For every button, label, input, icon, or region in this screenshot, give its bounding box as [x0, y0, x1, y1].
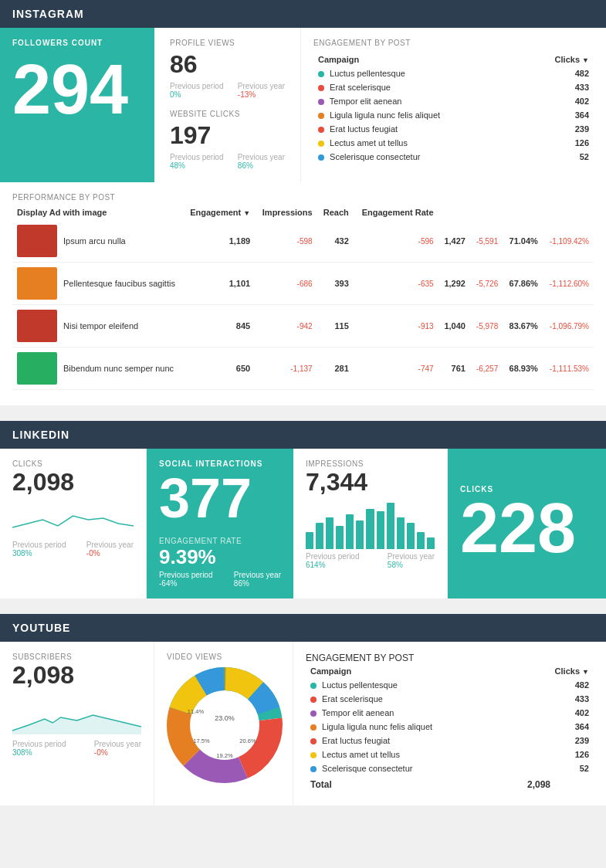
post-impressions: 115 — [317, 305, 354, 348]
linkedin-header: LINKEDIN — [0, 421, 606, 449]
clicks-sort-icon[interactable]: ▼ — [582, 56, 589, 64]
post-rate-delta: -1,112.60% — [543, 263, 594, 305]
post-cell: Pellentesque faucibus sagittis — [12, 263, 182, 305]
profile-website-box: PROFILE VIEWS 86 Previous period 0% Prev… — [154, 28, 301, 182]
yt-clicks-cell: 239 — [524, 734, 592, 747]
post-impressions: 393 — [317, 263, 354, 305]
campaign-dot — [318, 85, 324, 91]
post-thumbnail — [17, 267, 57, 300]
post-eng-delta: -1,137 — [255, 348, 317, 390]
eng-table-row: Lectus amet ut tellus 126 — [315, 137, 592, 149]
impression-bar — [407, 523, 415, 549]
yt-sub-label: SUBSCRIBERS — [12, 653, 141, 661]
post-thumbnail — [17, 352, 57, 385]
post-engagement: 845 — [182, 305, 255, 348]
youtube-header: YOUTUBE — [0, 614, 606, 642]
perf-col-engagement[interactable]: Engagement ▼ — [182, 205, 255, 220]
campaign-name: Luctus pellentesque — [330, 69, 405, 78]
profile-prev-period-label: Previous period 0% — [170, 82, 223, 99]
eng-campaign-cell: Lectus amet ut tellus — [315, 137, 524, 149]
campaign-name: Erat luctus feugiat — [330, 124, 398, 134]
yt-campaign-dot — [310, 752, 317, 758]
eng-table-row: Erat scelerisque 433 — [315, 81, 592, 93]
performance-section: PERFORMANCE BY POST Display Ad with imag… — [0, 182, 606, 405]
post-impressions: 281 — [317, 348, 354, 390]
linkedin-body: CLICKS 2,098 Previous period 308% Previo… — [0, 449, 606, 598]
yt-campaign-dot — [310, 710, 317, 717]
eng-table-row: Luctus pellentesque 482 — [315, 67, 592, 80]
profile-prev-period-text: Previous period — [170, 82, 223, 90]
post-rate-delta: -1,109.42% — [543, 220, 594, 263]
youtube-title: YOUTUBE — [12, 622, 70, 634]
yt-clicks-cell: 52 — [524, 762, 592, 775]
li-impressions-box: IMPRESSIONS 7,344 Previous period 614% P… — [293, 449, 448, 598]
li-clicks-sparkline — [12, 497, 134, 535]
perf-table-row: Ipsum arcu nulla 1,189 -598 432 -596 1,4… — [12, 220, 594, 263]
svg-text:11.4%: 11.4% — [188, 708, 205, 715]
li-imp-label: IMPRESSIONS — [306, 459, 435, 468]
yt-sub-value: 2,098 — [12, 661, 141, 690]
eng-campaign-cell: Erat luctus feugiat — [315, 123, 524, 135]
eng-campaign-cell: Tempor elit aenean — [315, 95, 524, 107]
li-clicks-value: 2,098 — [12, 468, 134, 497]
campaign-dot — [318, 141, 324, 147]
website-clicks-sub: Previous period 48% Previous year 86% — [170, 153, 285, 170]
yt-sub-sub: Previous period 308% Previous year -0% — [12, 740, 141, 757]
yt-campaign-name: Tempor elit aenean — [322, 708, 394, 717]
post-eng-delta: -686 — [255, 263, 317, 305]
yt-engagement-table: Campaign Clicks ▼ Luctus pellentesque 48… — [306, 663, 594, 795]
yt-subscribers-box: SUBSCRIBERS 2,098 Previous period 308% P… — [0, 642, 154, 805]
post-reach-delta: -5,591 — [470, 220, 503, 263]
perf-col-reach: Reach — [317, 205, 354, 220]
impression-bar — [356, 520, 364, 550]
yt-eng-table-row: Erat scelerisque 433 — [307, 693, 592, 705]
post-eng-delta: -942 — [255, 305, 317, 348]
website-prev-year-text: Previous year — [238, 153, 285, 161]
li-clicks-big-box: CLICKS 228 — [448, 449, 606, 598]
yt-campaign-cell: Erat luctus feugiat — [307, 734, 523, 747]
profile-views-label: PROFILE VIEWS — [170, 39, 285, 47]
yt-eng-table-row: Tempor elit aenean 402 — [307, 707, 592, 719]
website-prev-year: Previous year 86% — [238, 153, 285, 170]
post-engagement: 1,101 — [182, 263, 255, 305]
post-title: Bibendum nunc semper nunc — [63, 364, 174, 373]
profile-prev-period-val: 0% — [170, 90, 181, 99]
impression-bar — [377, 511, 384, 549]
yt-campaign-dot — [310, 766, 317, 772]
yt-campaign-dot — [310, 724, 317, 731]
profile-prev-year-val: -13% — [238, 90, 256, 99]
post-imp-delta: -596 — [354, 220, 438, 263]
campaign-name: Lectus amet ut tellus — [330, 138, 408, 147]
yt-total-value: 2,098 — [524, 776, 592, 793]
post-reach: 1,427 — [438, 220, 470, 263]
post-reach-delta: -5,726 — [470, 263, 503, 305]
impression-bar — [336, 526, 344, 549]
campaign-name: Tempor elit aenean — [330, 97, 402, 106]
post-reach-delta: -5,978 — [470, 305, 503, 348]
post-title: Nisi tempor eleifend — [63, 321, 138, 331]
yt-campaign-cell: Lectus amet ut tellus — [307, 748, 523, 761]
post-rate-delta: -1,096.79% — [543, 305, 594, 348]
engagement-sort-icon[interactable]: ▼ — [243, 209, 250, 217]
impression-bar — [427, 537, 435, 549]
yt-campaign-dot — [310, 738, 317, 744]
yt-eng-table-row: Erat luctus feugiat 239 — [307, 734, 592, 747]
yt-clicks-sort-icon[interactable]: ▼ — [582, 668, 589, 676]
profile-prev-year-label: Previous year -13% — [238, 82, 285, 99]
yt-engagement-box: ENGAGEMENT BY POST Campaign Clicks ▼ Luc… — [293, 642, 606, 805]
post-impressions: 432 — [317, 220, 354, 263]
post-thumbnail — [17, 310, 57, 342]
yt-campaign-name: Ligula ligula nunc felis aliquet — [322, 722, 432, 731]
website-prev-period-text: Previous period — [170, 153, 223, 161]
campaign-dot — [318, 71, 324, 77]
eng-col-clicks: Clicks ▼ — [526, 53, 592, 66]
svg-text:20.6%: 20.6% — [239, 737, 256, 744]
impression-bar — [417, 532, 425, 550]
yt-campaign-cell: Ligula ligula nunc felis aliquet — [307, 721, 523, 733]
profile-views-value: 86 — [170, 50, 285, 79]
eng-clicks-cell: 239 — [526, 123, 592, 135]
post-eng-rate: 83.67% — [503, 305, 543, 348]
li-imp-bar-chart — [306, 503, 435, 549]
eng-campaign-cell: Luctus pellentesque — [315, 67, 524, 80]
post-thumbnail — [17, 225, 57, 257]
